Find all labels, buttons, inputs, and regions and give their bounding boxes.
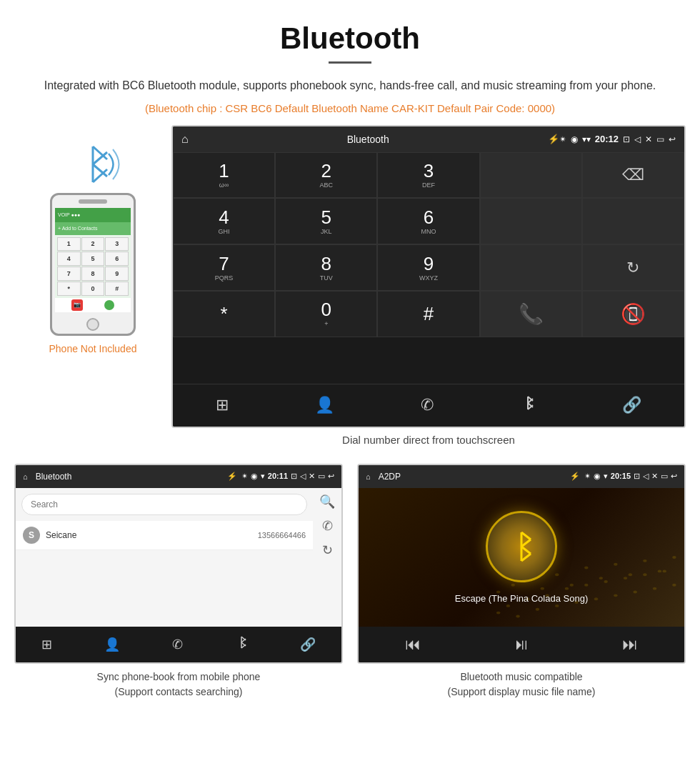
dial-number-2: 2 bbox=[321, 161, 331, 180]
music-caption-line1: Bluetooth music compatible bbox=[460, 671, 582, 682]
pb-nav-person[interactable]: 👤 bbox=[104, 637, 120, 652]
pb-loc-icon: ◉ bbox=[251, 472, 258, 481]
dial-backspace-btn[interactable]: ⌫ bbox=[582, 152, 684, 199]
call-green-icon: 📞 bbox=[519, 302, 544, 326]
phone-status-bar: VOIP ●●● bbox=[55, 208, 131, 222]
pb-search-icon[interactable]: 🔍 bbox=[319, 494, 335, 509]
bottom-screenshots: ⌂ Bluetooth ⚡ ✴ ◉ ▾ 20:11 ⊡ ◁ ✕ ▭ ↩ bbox=[0, 464, 700, 700]
phonebook-caption-line1: Sync phone-book from mobile phone bbox=[97, 671, 261, 682]
nav-person-icon[interactable]: 👤 bbox=[315, 396, 334, 414]
dial-refresh-btn[interactable]: ↻ bbox=[582, 244, 684, 291]
pb-search-input[interactable] bbox=[21, 494, 307, 515]
dial-call-red-btn[interactable]: 📵 bbox=[582, 291, 684, 337]
nav-link-icon[interactable]: 🔗 bbox=[622, 396, 641, 414]
svg-point-46 bbox=[673, 556, 676, 559]
dial-key-star[interactable]: * bbox=[173, 291, 275, 337]
phone-key-9: 9 bbox=[105, 267, 129, 281]
nav-bluetooth-icon[interactable] bbox=[520, 395, 536, 415]
svg-point-38 bbox=[555, 573, 559, 576]
dialpad-bottom-nav: ⊞ 👤 ✆ 🔗 bbox=[173, 384, 684, 427]
nav-phone-icon[interactable]: ✆ bbox=[421, 396, 434, 414]
phone-key-8: 8 bbox=[81, 267, 105, 281]
svg-point-28 bbox=[624, 577, 627, 579]
music-frame: ⌂ A2DP ⚡ ✴ ◉ ▾ 20:15 ⊡ ◁ ✕ ▭ ↩ bbox=[357, 464, 686, 664]
svg-line-49 bbox=[521, 539, 531, 547]
dial-letters-2: ABC bbox=[320, 181, 334, 189]
dial-key-1[interactable]: 1 ω∞ bbox=[173, 152, 275, 199]
pb-sq: ▭ bbox=[318, 472, 325, 481]
svg-point-41 bbox=[599, 577, 603, 579]
phonebook-caption-line2: (Support contacts searching) bbox=[115, 686, 243, 697]
dial-letters-3: DEF bbox=[422, 181, 435, 189]
dial-number-7: 7 bbox=[219, 254, 229, 273]
dial-key-7[interactable]: 7 PQRS bbox=[173, 244, 275, 291]
pb-nav-link[interactable]: 🔗 bbox=[300, 637, 316, 652]
main-dialpad-container: ⌂ Bluetooth ⚡ ✴ ◉ ▾▾ 20:12 ⊡ ◁ ✕ ▭ ↩ bbox=[171, 125, 686, 457]
phone-key-star: * bbox=[57, 282, 81, 296]
dial-letters-7: PQRS bbox=[215, 274, 234, 282]
header-section: Bluetooth Integrated with BC6 Bluetooth … bbox=[0, 0, 700, 125]
dial-key-5[interactable]: 5 JKL bbox=[275, 198, 377, 244]
dial-number-8: 8 bbox=[321, 254, 331, 273]
dial-key-9[interactable]: 9 WXYZ bbox=[377, 244, 479, 291]
svg-point-21 bbox=[555, 605, 559, 607]
pb-call-icon[interactable]: ✆ bbox=[322, 518, 333, 534]
backspace-icon: ⌫ bbox=[622, 166, 644, 184]
dial-empty-4 bbox=[480, 244, 582, 291]
camera-status-icon: ⊡ bbox=[623, 134, 630, 144]
svg-point-22 bbox=[565, 587, 569, 590]
dial-empty-2 bbox=[480, 198, 582, 244]
dial-key-2[interactable]: 2 ABC bbox=[275, 152, 377, 199]
pb-right-icons: ✴ ◉ ▾ 20:11 ⊡ ◁ ✕ ▭ ↩ bbox=[241, 472, 334, 481]
dial-call-green-btn[interactable]: 📞 bbox=[480, 291, 582, 337]
svg-point-42 bbox=[614, 562, 618, 565]
dial-number-9: 9 bbox=[424, 254, 434, 273]
dial-key-6[interactable]: 6 MNO bbox=[377, 198, 479, 244]
dial-key-3[interactable]: 3 DEF bbox=[377, 152, 479, 199]
bt-status-icon: ✴ bbox=[559, 134, 566, 144]
svg-point-29 bbox=[634, 590, 637, 593]
music-play-pause-icon[interactable]: ⏯ bbox=[514, 635, 529, 654]
usb-icon: ⚡ bbox=[548, 134, 559, 144]
music-signal: ▾ bbox=[604, 472, 608, 481]
dial-key-hash[interactable]: # bbox=[377, 291, 479, 337]
contact-initial: S bbox=[23, 527, 40, 544]
phone-key-3: 3 bbox=[105, 237, 129, 252]
pb-nav-phone[interactable]: ✆ bbox=[172, 637, 183, 652]
phone-dialpad: 1 2 3 4 5 6 7 8 9 * 0 # bbox=[55, 235, 131, 298]
music-screen: ⌂ A2DP ⚡ ✴ ◉ ▾ 20:15 ⊡ ◁ ✕ ▭ ↩ bbox=[359, 465, 684, 662]
phonebook-screen: ⌂ Bluetooth ⚡ ✴ ◉ ▾ 20:11 ⊡ ◁ ✕ ▭ ↩ bbox=[16, 465, 341, 662]
svg-point-43 bbox=[629, 573, 632, 576]
phone-key-4: 4 bbox=[57, 252, 81, 266]
middle-section: VOIP ●●● + Add to Contacts 1 2 3 4 5 6 7… bbox=[0, 125, 700, 457]
phonebook-caption: Sync phone-book from mobile phone (Suppo… bbox=[14, 670, 343, 700]
dial-caption: Dial number direct from touchscreen bbox=[171, 434, 686, 446]
dialpad-status-bar: ⌂ Bluetooth ⚡ ✴ ◉ ▾▾ 20:12 ⊡ ◁ ✕ ▭ ↩ bbox=[173, 126, 684, 152]
phone-contact-label: + Add to Contacts bbox=[58, 226, 97, 231]
pb-x: ✕ bbox=[309, 472, 315, 481]
pb-cam: ⊡ bbox=[291, 472, 297, 481]
dial-key-0[interactable]: 0 + bbox=[275, 291, 377, 337]
music-next-icon[interactable]: ⏭ bbox=[622, 635, 638, 654]
pb-nav-bt[interactable] bbox=[235, 636, 248, 652]
pb-status-bar: ⌂ Bluetooth ⚡ ✴ ◉ ▾ 20:11 ⊡ ◁ ✕ ▭ ↩ bbox=[16, 465, 341, 488]
pb-nav-grid[interactable]: ⊞ bbox=[41, 637, 52, 652]
music-prev-icon[interactable]: ⏮ bbox=[405, 635, 421, 654]
dial-letters-6: MNO bbox=[421, 228, 436, 235]
pb-usb-icon: ⚡ bbox=[227, 472, 237, 481]
nav-grid-icon[interactable]: ⊞ bbox=[216, 396, 229, 414]
pb-refresh-sidebar-icon[interactable]: ↻ bbox=[322, 542, 333, 558]
pb-time: 20:11 bbox=[268, 472, 288, 481]
svg-line-48 bbox=[521, 532, 531, 539]
phone-key-7: 7 bbox=[57, 267, 81, 281]
dial-key-4[interactable]: 4 GHI bbox=[173, 198, 275, 244]
dial-number-1: 1 bbox=[219, 161, 229, 180]
pb-home-icon: ⌂ bbox=[23, 472, 28, 481]
dial-key-8[interactable]: 8 TUV bbox=[275, 244, 377, 291]
phone-home-btn bbox=[86, 318, 99, 331]
pb-bottom-nav: ⊞ 👤 ✆ 🔗 bbox=[16, 627, 341, 662]
svg-point-15 bbox=[496, 611, 500, 614]
phone-key-2: 2 bbox=[81, 237, 105, 252]
dial-number-4: 4 bbox=[219, 208, 229, 227]
pb-vol: ◁ bbox=[300, 472, 306, 481]
